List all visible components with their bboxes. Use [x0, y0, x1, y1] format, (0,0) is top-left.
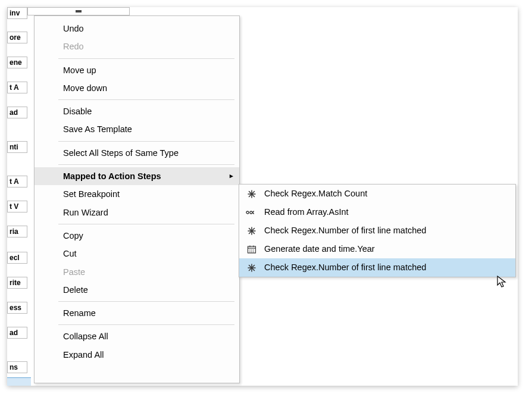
submenu-item-label: Check Regex.Number of first line matched	[264, 261, 426, 274]
menu-separator	[58, 141, 234, 142]
menu-move-down[interactable]: Move down	[35, 79, 239, 97]
svg-point-17	[249, 251, 251, 252]
svg-point-15	[251, 249, 252, 251]
menu-set-breakpoint[interactable]: Set Breakpoint	[35, 185, 239, 203]
menu-paste[interactable]: Paste	[35, 263, 239, 281]
bg-row-header: ene	[7, 57, 27, 68]
menu-redo[interactable]: Redo	[35, 38, 239, 55]
asterisk-icon	[245, 262, 258, 273]
ooc-icon	[245, 207, 258, 218]
context-menu: Undo Redo Move up Move down Disable Save…	[34, 15, 240, 383]
asterisk-icon	[245, 226, 258, 236]
menu-disable[interactable]: Disable	[35, 102, 239, 120]
menu-run-wizard[interactable]: Run Wizard	[35, 204, 239, 221]
bg-row-header: ore	[7, 32, 27, 43]
bg-row-header: ns	[7, 361, 27, 373]
svg-point-14	[249, 249, 251, 251]
menu-select-all-same-type[interactable]: Select All Steps of Same Type	[35, 144, 239, 162]
bg-row-header: ad	[7, 327, 27, 339]
bg-strip	[7, 377, 31, 386]
submenu-item[interactable]: Check Regex.Number of first line matched	[239, 258, 515, 277]
svg-point-4	[246, 211, 249, 214]
submenu-item-label: Check Regex.Match Count	[264, 188, 367, 200]
submenu-item[interactable]: Generate date and time.Year	[239, 240, 515, 258]
menu-delete[interactable]: Delete	[35, 281, 239, 299]
bg-cell	[27, 7, 130, 15]
svg-point-5	[250, 211, 252, 214]
menu-mapped-to-action-steps[interactable]: Mapped to Action Steps	[35, 167, 239, 185]
menu-copy[interactable]: Copy	[35, 227, 239, 245]
menu-expand-all[interactable]: Expand All	[35, 346, 239, 364]
asterisk-icon	[245, 189, 258, 199]
svg-point-19	[253, 251, 254, 252]
calendar-icon	[245, 244, 258, 255]
menu-cut[interactable]: Cut	[35, 245, 239, 262]
menu-rename[interactable]: Rename	[35, 304, 239, 322]
bg-row-header: t A	[7, 176, 27, 188]
bg-row-header: nti	[7, 141, 27, 153]
bg-row-header: t V	[7, 201, 27, 212]
menu-separator	[58, 224, 234, 224]
menu-separator	[58, 99, 234, 100]
menu-separator	[58, 58, 234, 59]
menu-collapse-all[interactable]: Collapse All	[35, 327, 239, 345]
submenu-mapped-actions: Check Regex.Match CountRead from Array.A…	[239, 184, 516, 277]
menu-separator	[58, 324, 234, 325]
menu-separator	[58, 301, 234, 302]
menu-separator	[58, 164, 234, 165]
submenu-item[interactable]: Read from Array.AsInt	[239, 203, 515, 221]
bg-row-header: t A	[7, 82, 27, 93]
bg-row-header: ecl	[7, 252, 27, 264]
bg-row-header: inv	[7, 7, 27, 19]
svg-point-18	[251, 251, 252, 252]
submenu-item-label: Check Regex.Number of first line matched	[264, 224, 426, 237]
bg-row-header: rite	[7, 277, 27, 289]
submenu-item-label: Read from Array.AsInt	[264, 206, 349, 218]
submenu-item[interactable]: Check Regex.Number of first line matched	[239, 221, 515, 240]
menu-move-up[interactable]: Move up	[35, 61, 239, 79]
submenu-item[interactable]: Check Regex.Match Count	[239, 185, 515, 203]
bg-row-header: ria	[7, 226, 27, 238]
svg-point-16	[253, 249, 254, 251]
menu-save-template[interactable]: Save As Template	[35, 120, 239, 138]
bg-row-header: ess	[7, 302, 27, 314]
submenu-item-label: Generate date and time.Year	[264, 243, 375, 255]
bg-row-header: ad	[7, 107, 27, 118]
main-panel: invoreenet Aadntit At Vriaeclriteessadns…	[7, 7, 518, 386]
menu-undo[interactable]: Undo	[35, 20, 239, 38]
